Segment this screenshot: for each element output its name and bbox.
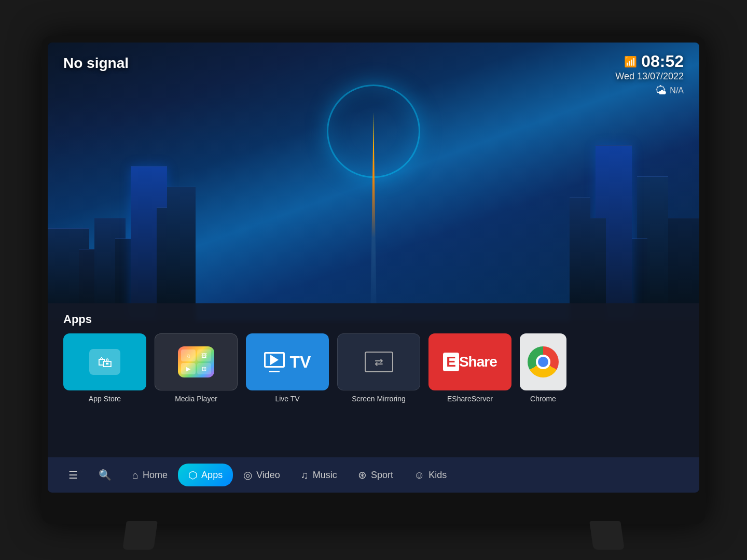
app-item-livetv[interactable]: TV Live TV: [246, 333, 329, 403]
appstore-icon: 🛍: [89, 349, 120, 375]
nav-label-kids: Kids: [428, 470, 447, 481]
play-triangle-icon: [270, 355, 279, 365]
tv-stand-left: [122, 521, 158, 550]
nav-label-home: Home: [143, 470, 168, 481]
search-icon: 🔍: [99, 469, 112, 481]
nav-item-menu[interactable]: ☰: [58, 464, 88, 486]
app-icon-mediaplayer: ♫ 🖼 ▶ ⊞: [155, 333, 238, 390]
clock-time: 08:52: [641, 52, 684, 71]
apps-grid: 🛍 App Store ♫ 🖼 ▶ ⊞: [63, 333, 684, 403]
nav-label-music: Music: [313, 470, 337, 481]
nav-label-apps: Apps: [201, 470, 223, 481]
chrome-inner-circle: [536, 355, 550, 369]
nav-item-apps[interactable]: ⬡ Apps: [178, 464, 233, 486]
chrome-icon: [528, 346, 559, 377]
nav-item-home[interactable]: ⌂ Home: [122, 464, 178, 486]
app-label-chrome: Chrome: [530, 395, 556, 403]
tv-frame: No signal 📶 08:52 Wed 13/07/2022 🌤 N/A A…: [42, 36, 706, 524]
nav-label-sport: Sport: [371, 470, 393, 481]
nav-item-music[interactable]: ♫ Music: [290, 464, 348, 486]
sport-icon: ⊛: [358, 469, 367, 481]
app-icon-eshare: EShare: [428, 333, 511, 390]
tv-screen: No signal 📶 08:52 Wed 13/07/2022 🌤 N/A A…: [48, 43, 699, 493]
mirror-arrow-icon: ⇄: [375, 356, 383, 368]
apps-section-label: Apps: [63, 313, 684, 326]
app-item-chrome[interactable]: Chrome: [520, 333, 566, 403]
app-item-mirroring[interactable]: ⇄ Screen Mirroring: [337, 333, 420, 403]
clock-date: Wed 13/07/2022: [615, 71, 684, 82]
eshare-e-letter: E: [443, 353, 459, 371]
apps-section: Apps 🛍 App Store ♫ �: [48, 303, 699, 403]
app-icon-appstore: 🛍: [63, 333, 146, 390]
app-item-appstore[interactable]: 🛍 App Store: [63, 333, 146, 403]
eshare-share-text: Share: [459, 354, 497, 370]
home-icon: ⌂: [132, 469, 139, 481]
livetv-icon: TV: [264, 352, 311, 372]
kids-icon: ☺: [414, 469, 424, 481]
menu-icon: ☰: [68, 469, 78, 481]
nav-item-sport[interactable]: ⊛ Sport: [348, 464, 404, 486]
app-icon-mirroring: ⇄: [337, 333, 420, 390]
apps-icon: ⬡: [188, 469, 197, 481]
app-label-mirroring: Screen Mirroring: [352, 395, 405, 403]
weather-icon: 🌤: [655, 84, 667, 97]
app-icon-livetv: TV: [246, 333, 329, 390]
clock-area: 📶 08:52 Wed 13/07/2022 🌤 N/A: [615, 52, 684, 97]
nav-label-video: Video: [256, 470, 280, 481]
eshare-icon: EShare: [443, 353, 497, 371]
bottom-panel: Apps 🛍 App Store ♫ �: [48, 303, 699, 493]
mirroring-icon: ⇄: [365, 352, 393, 372]
app-icon-chrome: [520, 333, 566, 390]
app-label-mediaplayer: Media Player: [175, 395, 217, 403]
nav-item-search[interactable]: 🔍: [88, 464, 122, 486]
nav-bar: ☰ 🔍 ⌂ Home ⬡ Apps ◎ Video: [48, 457, 699, 493]
livetv-label-icon: TV: [290, 353, 311, 372]
app-item-mediaplayer[interactable]: ♫ 🖼 ▶ ⊞ Media Player: [155, 333, 238, 403]
nav-item-kids[interactable]: ☺ Kids: [404, 464, 457, 486]
app-label-livetv: Live TV: [275, 395, 299, 403]
wifi-icon: 📶: [624, 55, 637, 68]
app-label-eshare: EShareServer: [447, 395, 493, 403]
city-buildings: [48, 43, 699, 321]
mediaplayer-icon: ♫ 🖼 ▶ ⊞: [178, 346, 214, 377]
video-icon: ◎: [243, 469, 252, 481]
nav-item-video[interactable]: ◎ Video: [233, 464, 290, 486]
no-signal-text: No signal: [63, 55, 129, 72]
background-image: [48, 43, 699, 321]
weather-text: N/A: [670, 86, 684, 95]
tv-stand-right: [589, 521, 625, 550]
music-icon: ♫: [301, 469, 309, 481]
app-label-appstore: App Store: [89, 395, 121, 403]
app-item-eshare[interactable]: EShare EShareServer: [428, 333, 511, 403]
